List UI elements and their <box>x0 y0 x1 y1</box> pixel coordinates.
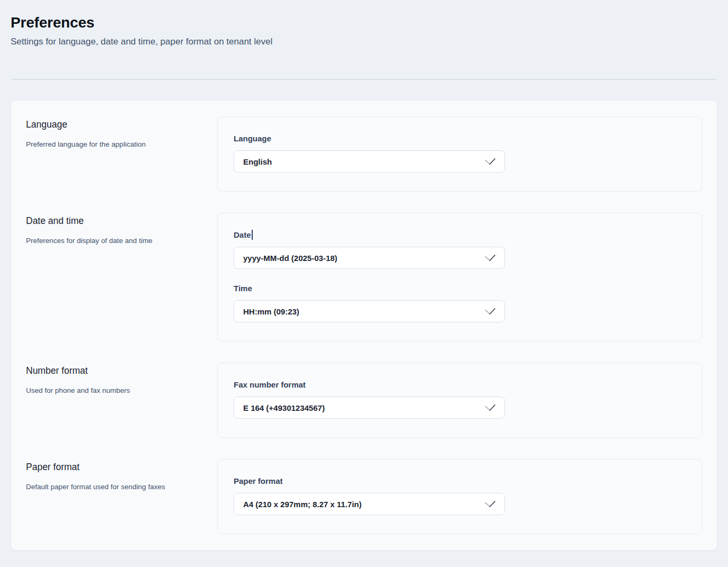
paper-format-field-label: Paper format <box>234 476 686 486</box>
field-label-text: Paper format <box>234 476 283 486</box>
chevron-down-icon <box>484 404 496 411</box>
paper-format-select[interactable]: A4 (210 x 297mm; 8.27 x 11.7in) <box>234 493 505 515</box>
page-header: Preferences Settings for language, date … <box>11 0 717 48</box>
chevron-down-icon <box>484 308 496 315</box>
section-title: Paper format <box>26 462 201 473</box>
language-select[interactable]: English <box>234 150 505 173</box>
date-format-select[interactable]: yyyy-MM-dd (2025-03-18) <box>234 247 505 269</box>
language-panel: Language English <box>217 116 702 192</box>
section-title: Date and time <box>26 215 201 227</box>
section-language: Language Preferred language for the appl… <box>26 116 702 192</box>
date-field-label: Date <box>234 230 686 240</box>
section-language-info: Language Preferred language for the appl… <box>26 116 217 150</box>
section-paper-format-info: Paper format Default paper format used f… <box>26 459 217 492</box>
preferences-card: Language Preferred language for the appl… <box>11 100 717 551</box>
field-label-text: Language <box>234 133 271 143</box>
section-title: Number format <box>26 365 201 377</box>
paper-format-panel: Paper format A4 (210 x 297mm; 8.27 x 11.… <box>217 459 702 534</box>
page-subtitle: Settings for language, date and time, pa… <box>11 35 717 48</box>
date-format-select-value: yyyy-MM-dd (2025-03-18) <box>243 254 338 263</box>
section-description: Default paper format used for sending fa… <box>26 482 201 492</box>
chevron-down-icon <box>484 500 496 508</box>
page-title: Preferences <box>11 14 717 32</box>
text-caret <box>252 230 253 240</box>
time-field: Time HH:mm (09:23) <box>234 283 686 322</box>
section-number-format-info: Number format Used for phone and fax num… <box>26 363 217 396</box>
section-description: Used for phone and fax numbers <box>26 386 201 396</box>
chevron-down-icon <box>484 158 496 165</box>
paper-format-field: Paper format A4 (210 x 297mm; 8.27 x 11.… <box>234 476 686 515</box>
language-field: Language English <box>234 133 686 173</box>
field-label-text: Fax number format <box>234 380 306 390</box>
time-field-label: Time <box>234 283 686 293</box>
date-field: Date yyyy-MM-dd (2025-03-18) <box>234 230 686 269</box>
section-paper-format: Paper format Default paper format used f… <box>26 459 702 534</box>
language-select-value: English <box>243 157 272 166</box>
chevron-down-icon <box>484 254 496 262</box>
section-title: Language <box>26 119 201 131</box>
date-time-panel: Date yyyy-MM-dd (2025-03-18) Time <box>217 213 702 341</box>
fax-number-format-field-label: Fax number format <box>234 380 686 390</box>
fax-number-format-field: Fax number format E 164 (+49301234567) <box>234 380 686 419</box>
fax-number-format-select[interactable]: E 164 (+49301234567) <box>234 397 505 419</box>
time-format-select[interactable]: HH:mm (09:23) <box>234 300 505 322</box>
number-format-panel: Fax number format E 164 (+49301234567) <box>217 363 702 438</box>
section-number-format: Number format Used for phone and fax num… <box>26 363 702 438</box>
section-date-time: Date and time Preferences for display of… <box>26 213 702 341</box>
preferences-page: Preferences Settings for language, date … <box>0 0 728 551</box>
fax-number-format-select-value: E 164 (+49301234567) <box>243 403 325 412</box>
section-date-time-info: Date and time Preferences for display of… <box>26 213 217 246</box>
header-divider <box>12 79 716 80</box>
time-format-select-value: HH:mm (09:23) <box>243 307 299 316</box>
paper-format-select-value: A4 (210 x 297mm; 8.27 x 11.7in) <box>243 500 361 509</box>
field-label-text: Date <box>234 230 251 240</box>
field-label-text: Time <box>234 283 252 293</box>
section-description: Preferences for display of date and time <box>26 236 201 246</box>
section-description: Preferred language for the application <box>26 140 201 150</box>
language-field-label: Language <box>234 133 686 143</box>
